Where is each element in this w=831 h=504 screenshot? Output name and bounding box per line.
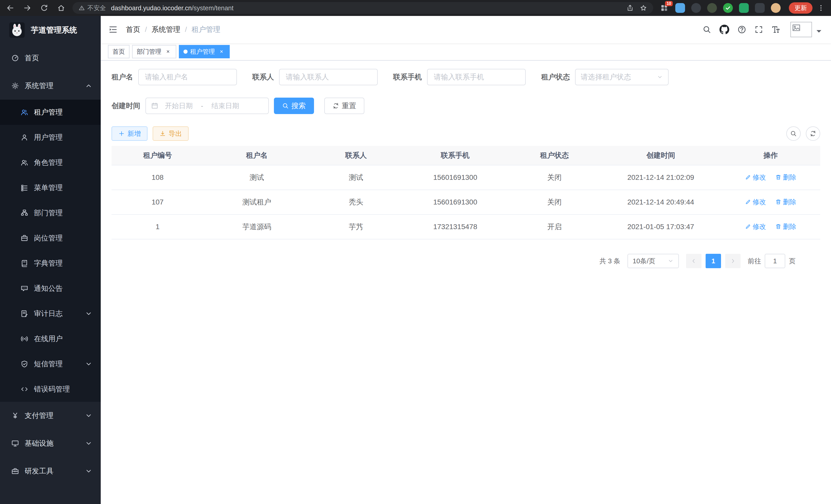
breadcrumb-system[interactable]: 系统管理 bbox=[152, 25, 180, 34]
search-icon[interactable] bbox=[703, 25, 711, 34]
extension-green-check-icon[interactable] bbox=[723, 3, 733, 13]
reload-icon[interactable] bbox=[40, 4, 48, 12]
date-range-separator: - bbox=[199, 102, 205, 110]
site-security-chip[interactable]: 不安全 bbox=[79, 4, 106, 12]
chevron-up-icon bbox=[85, 82, 92, 90]
sidebar-item-label: 部门管理 bbox=[34, 208, 63, 218]
cell-status: 关闭 bbox=[508, 165, 601, 190]
github-icon[interactable] bbox=[719, 25, 729, 34]
edit-link[interactable]: 修改 bbox=[745, 198, 766, 207]
start-date-input[interactable] bbox=[160, 102, 198, 110]
sidebar-item-tools[interactable]: 研发工具 bbox=[0, 457, 101, 485]
breadcrumb-home[interactable]: 首页 bbox=[126, 25, 140, 34]
status-select[interactable]: 请选择租户状态 bbox=[575, 69, 668, 85]
sidebar-item-post[interactable]: 岗位管理 bbox=[0, 226, 101, 251]
mobile-input[interactable] bbox=[427, 69, 526, 85]
add-button[interactable]: 新增 bbox=[112, 126, 147, 141]
delete-link[interactable]: 删除 bbox=[775, 222, 796, 231]
broken-image-icon bbox=[792, 23, 801, 32]
tool-icon bbox=[11, 467, 19, 475]
sidebar-item-infra[interactable]: 基础设施 bbox=[0, 429, 101, 457]
delete-icon bbox=[775, 199, 781, 205]
cell-id: 108 bbox=[112, 165, 204, 190]
sidebar-item-audit[interactable]: 审计日志 bbox=[0, 301, 101, 326]
user-avatar[interactable] bbox=[791, 22, 812, 37]
chevron-down-icon bbox=[85, 467, 92, 475]
page-size-select[interactable]: 10条/页 bbox=[628, 254, 679, 268]
prev-page-button[interactable] bbox=[686, 254, 701, 268]
home-icon[interactable] bbox=[57, 4, 65, 12]
jump-page-input[interactable] bbox=[765, 254, 785, 268]
caret-down-icon[interactable] bbox=[814, 27, 823, 36]
extension-green-icon[interactable] bbox=[739, 3, 749, 13]
sidebar-item-menu[interactable]: 菜单管理 bbox=[0, 175, 101, 200]
bookmark-star-icon[interactable] bbox=[640, 4, 647, 11]
reset-button-label: 重置 bbox=[342, 101, 356, 111]
browser-menu-icon[interactable] bbox=[817, 4, 825, 12]
sidebar-item-label: 用户管理 bbox=[34, 132, 63, 142]
fullscreen-icon[interactable] bbox=[754, 25, 763, 34]
sidebar-item-system[interactable]: 系统管理 bbox=[0, 72, 101, 100]
next-page-button[interactable] bbox=[725, 254, 741, 268]
refresh-table-button[interactable] bbox=[806, 126, 820, 141]
edit-link[interactable]: 修改 bbox=[745, 222, 766, 231]
sidebar-item-errcode[interactable]: 错误码管理 bbox=[0, 377, 101, 402]
delete-link[interactable]: 删除 bbox=[775, 198, 796, 207]
sidebar-item-sms[interactable]: 短信管理 bbox=[0, 351, 101, 377]
audit-icon bbox=[21, 310, 28, 318]
profile-avatar[interactable] bbox=[771, 3, 781, 13]
url-host: dashboard.yudao.iocoder.cn bbox=[111, 4, 192, 12]
contact-label: 联系人 bbox=[252, 72, 274, 82]
extension-dark-icon-1[interactable] bbox=[691, 3, 701, 13]
tab-dept[interactable]: 部门管理 × bbox=[132, 45, 176, 58]
page-content: 租户名 联系人 联系手机 租户状态 请选择租户状态 bbox=[101, 61, 831, 504]
back-icon[interactable] bbox=[6, 4, 15, 12]
end-date-input[interactable] bbox=[206, 102, 245, 110]
close-icon[interactable]: × bbox=[218, 48, 225, 55]
breadcrumb-separator: / bbox=[185, 25, 187, 34]
app-logo[interactable]: 芋道管理系统 bbox=[0, 16, 101, 44]
share-icon[interactable] bbox=[627, 4, 634, 11]
tab-home[interactable]: 首页 bbox=[108, 45, 130, 58]
contact-input[interactable] bbox=[279, 69, 378, 85]
reset-button[interactable]: 重置 bbox=[324, 98, 364, 114]
extension-dark-icon-2[interactable] bbox=[707, 3, 717, 13]
sidebar-item-user[interactable]: 用户管理 bbox=[0, 125, 101, 150]
tenant-name-input[interactable] bbox=[138, 69, 237, 85]
chevron-down-icon bbox=[85, 440, 92, 447]
search-icon bbox=[282, 102, 289, 109]
edit-link[interactable]: 修改 bbox=[745, 173, 766, 182]
search-button[interactable]: 搜索 bbox=[274, 98, 314, 114]
address-bar[interactable]: 不安全 dashboard.yudao.iocoder.cn/system/te… bbox=[73, 2, 653, 14]
browser-update-button[interactable]: 更新 bbox=[789, 2, 812, 13]
sidebar-item-tenant[interactable]: 租户管理 bbox=[0, 100, 101, 125]
page-button-1[interactable]: 1 bbox=[706, 254, 721, 268]
tenant-icon bbox=[21, 109, 28, 116]
chevron-right-icon bbox=[730, 258, 736, 264]
sidebar-item-online[interactable]: 在线用户 bbox=[0, 326, 101, 351]
font-size-icon[interactable] bbox=[771, 25, 780, 34]
help-icon[interactable] bbox=[738, 25, 746, 34]
sidebar-item-label: 通知公告 bbox=[34, 284, 63, 293]
extension-grid-icon[interactable]: 10 bbox=[659, 3, 669, 13]
tab-tenant[interactable]: 租户管理 × bbox=[179, 45, 230, 58]
date-range-picker[interactable]: - bbox=[145, 98, 269, 114]
sidebar-item-home[interactable]: 首页 bbox=[0, 44, 101, 72]
sidebar-toggle-icon[interactable] bbox=[109, 25, 118, 34]
sidebar-item-role[interactable]: 角色管理 bbox=[0, 150, 101, 175]
cell-mobile: 15601691300 bbox=[402, 190, 509, 214]
extension-dark-icon-3[interactable] bbox=[755, 3, 765, 13]
sidebar-item-dept[interactable]: 部门管理 bbox=[0, 200, 101, 226]
dict-icon bbox=[21, 260, 28, 267]
toggle-search-button[interactable] bbox=[786, 126, 801, 141]
delete-link[interactable]: 删除 bbox=[775, 173, 796, 182]
sidebar-item-pay[interactable]: 支付管理 bbox=[0, 402, 101, 429]
sidebar-item-label: 在线用户 bbox=[34, 334, 63, 344]
sidebar-item-notice[interactable]: 通知公告 bbox=[0, 276, 101, 301]
extension-blue-icon[interactable] bbox=[675, 3, 685, 13]
forward-icon[interactable] bbox=[23, 4, 31, 12]
export-button[interactable]: 导出 bbox=[153, 126, 189, 141]
sidebar-item-dict[interactable]: 字典管理 bbox=[0, 251, 101, 276]
close-icon[interactable]: × bbox=[165, 48, 172, 55]
refresh-icon bbox=[810, 130, 816, 137]
